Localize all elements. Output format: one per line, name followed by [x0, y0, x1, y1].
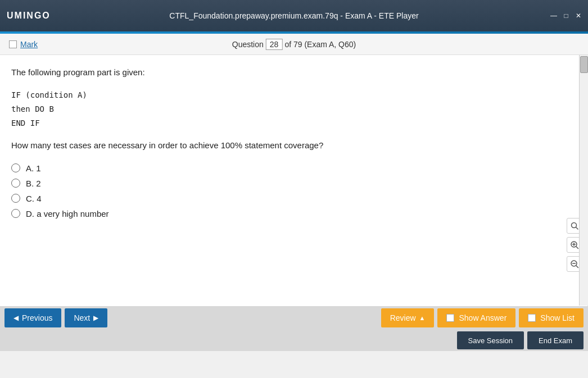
svg-line-2: [576, 227, 578, 230]
maximize-button[interactable]: □: [561, 11, 571, 21]
question-total: of 79 (Exam A, Q60): [284, 40, 356, 49]
code-block: IF (condition A) then DO B END IF: [11, 88, 576, 131]
save-session-button[interactable]: Save Session: [457, 331, 524, 349]
svg-line-8: [576, 266, 578, 268]
close-button[interactable]: ✕: [573, 11, 584, 21]
option-a[interactable]: A. 1: [11, 163, 576, 173]
option-d[interactable]: D. a very high number: [11, 209, 576, 218]
title-bar-left: UMINGO: [4, 6, 44, 26]
review-label: Review: [390, 313, 416, 322]
show-list-checkbox-icon: [528, 314, 536, 322]
radio-b[interactable]: [11, 179, 20, 188]
toolbar-row1: ◀ Previous Next ▶ Review ▲ Show Answer S…: [0, 306, 588, 330]
question-info: Question 28 of 79 (Exam A, Q60): [232, 39, 356, 50]
option-c[interactable]: C. 4: [11, 194, 576, 203]
previous-button[interactable]: ◀ Previous: [4, 308, 61, 327]
radio-a[interactable]: [11, 163, 20, 172]
mark-label[interactable]: Mark: [20, 40, 38, 49]
previous-label: Previous: [22, 313, 52, 322]
code-line2: then DO B: [11, 102, 576, 116]
show-list-label: Show List: [540, 313, 575, 322]
toolbar-row2: Save Session End Exam: [0, 330, 588, 351]
question-ask: How many test cases are necessary in ord…: [11, 139, 576, 152]
mark-checkbox[interactable]: [9, 40, 17, 48]
options-list: A. 1 B. 2 C. 4 D. a very high number: [11, 163, 576, 218]
question-number: 28: [266, 39, 283, 50]
show-answer-button[interactable]: Show Answer: [437, 308, 515, 327]
code-line1: IF (condition A): [11, 88, 576, 102]
bottom-toolbar: ◀ Previous Next ▶ Review ▲ Show Answer S…: [0, 306, 588, 351]
next-label: Next: [74, 313, 90, 322]
previous-chevron-icon: ◀: [13, 314, 19, 322]
svg-line-4: [576, 247, 578, 249]
next-button[interactable]: Next ▶: [65, 308, 107, 327]
review-caret-icon: ▲: [419, 315, 426, 321]
show-list-button[interactable]: Show List: [519, 308, 584, 327]
scrollbar[interactable]: [579, 55, 588, 306]
option-b-label: B. 2: [26, 179, 41, 188]
show-answer-checkbox-icon: [446, 314, 454, 322]
mark-area: Mark: [9, 40, 38, 49]
option-b[interactable]: B. 2: [11, 179, 576, 188]
option-a-label: A. 1: [26, 163, 41, 173]
window-controls: — □ ✕: [549, 11, 584, 21]
code-line3: END IF: [11, 116, 576, 130]
end-exam-button[interactable]: End Exam: [527, 331, 584, 349]
content-wrapper: The following program part is given: IF …: [0, 55, 588, 306]
show-answer-label: Show Answer: [459, 313, 506, 322]
next-chevron-icon: ▶: [93, 314, 98, 322]
option-d-label: D. a very high number: [26, 209, 109, 218]
review-button[interactable]: Review ▲: [381, 308, 435, 327]
question-label: Question: [232, 40, 264, 49]
scrollbar-thumb[interactable]: [580, 56, 588, 73]
radio-c[interactable]: [11, 194, 20, 203]
minimize-button[interactable]: —: [549, 11, 559, 21]
main-content: The following program part is given: IF …: [0, 55, 588, 306]
radio-d[interactable]: [11, 209, 20, 218]
option-c-label: C. 4: [26, 194, 42, 203]
header-row: Mark Question 28 of 79 (Exam A, Q60): [0, 34, 588, 55]
logo-text: UMINGO: [7, 11, 51, 21]
window-title: CTFL_Foundation.prepaway.premium.exam.79…: [169, 11, 418, 20]
question-intro: The following program part is given:: [11, 66, 576, 79]
logo: UMINGO: [4, 6, 44, 26]
title-bar: UMINGO CTFL_Foundation.prepaway.premium.…: [0, 0, 588, 31]
